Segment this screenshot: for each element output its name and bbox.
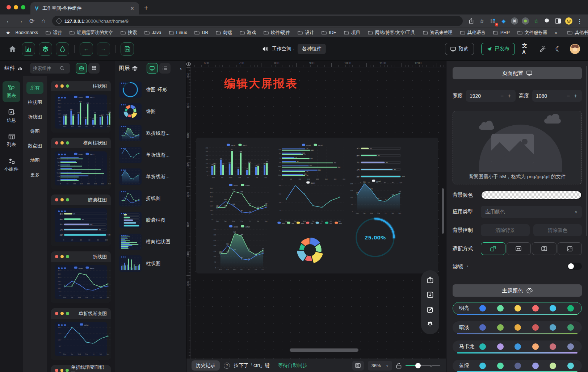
component-search[interactable] xyxy=(30,63,70,74)
bookmark-folder[interactable]: DB xyxy=(192,29,210,36)
layer-item[interactable]: 横向柱状图 xyxy=(119,234,182,250)
bookmark-folder[interactable]: 游戏 xyxy=(237,29,259,36)
fit-height-button[interactable] xyxy=(532,242,556,255)
bookmark-item[interactable]: Bookmarks xyxy=(13,29,41,36)
browser-menu-icon[interactable]: ⋮ xyxy=(575,16,584,26)
browser-tab[interactable]: 工作空间-各种组件 ✕ xyxy=(30,2,139,14)
reload-icon[interactable]: ⟳ xyxy=(27,16,37,26)
star-extension-icon[interactable]: ☆ xyxy=(532,16,541,26)
bg-color-swatch[interactable] xyxy=(481,191,582,200)
category-item[interactable]: 柱状图 xyxy=(26,96,43,108)
width-plus-button[interactable]: ＋ xyxy=(507,92,512,99)
workspace-name-pill[interactable]: 各种组件 xyxy=(298,44,326,54)
command-extension-icon[interactable]: ⌘ xyxy=(510,16,519,26)
canvas-vertical-scrollbar[interactable] xyxy=(442,188,444,234)
filter-section-label[interactable]: 滤镜 › xyxy=(453,263,468,270)
other-bookmarks-folder[interactable]: 其他书签 xyxy=(565,29,588,36)
category-item[interactable]: 饼图 xyxy=(26,125,43,137)
theme-color-dot[interactable] xyxy=(497,343,504,350)
bookmark-folder[interactable]: 软件/硬件 xyxy=(261,29,293,36)
filter-toggle[interactable] xyxy=(567,263,582,270)
theme-row-蓝绿[interactable]: 蓝绿 xyxy=(453,360,582,372)
site-info-icon[interactable]: i xyxy=(56,18,62,24)
bookmark-folder[interactable]: 设计 xyxy=(295,29,316,36)
fit-stretch-button[interactable] xyxy=(558,242,582,255)
layer-item[interactable]: 胶囊柱图 xyxy=(119,212,182,228)
app-type-select[interactable]: 应用颜色 ∨ xyxy=(481,206,582,218)
category-item[interactable]: 折线图 xyxy=(26,111,43,123)
publish-button[interactable]: 已发布 xyxy=(481,43,515,55)
width-value[interactable]: 1920 xyxy=(470,93,497,99)
tab-close-icon[interactable]: ✕ xyxy=(129,5,135,12)
layers-panel-toggle-button[interactable] xyxy=(39,42,52,56)
dashboard-chart-ring[interactable]: 25.00% xyxy=(353,216,397,260)
address-bar[interactable]: i 127.0.0.1:3000/#/chart/home/9 xyxy=(52,16,463,26)
grid-view-toggle[interactable] xyxy=(88,63,100,74)
component-card[interactable]: 单折线渐变图data1050100150200MonTueWedThuFriSa… xyxy=(51,308,111,360)
dashboard-preview[interactable]: data1data2050100150200250300350MonTueWed… xyxy=(196,138,438,273)
theme-color-dot[interactable] xyxy=(532,363,539,369)
height-minus-button[interactable]: − xyxy=(567,93,570,99)
sidebar-tab-3[interactable]: 列表 xyxy=(3,130,20,151)
category-item[interactable]: 散点图 xyxy=(26,140,43,152)
background-upload-dropzone[interactable]: 背景图需小于 5M，格式为 png/jpg/gif 的文件 xyxy=(453,111,582,184)
clear-background-button[interactable]: 清除背景 xyxy=(481,224,530,236)
component-card[interactable]: 单折线渐变面积图data1050100150200MonTueWedThuFri… xyxy=(51,365,111,372)
screen-title-text[interactable]: 编辑大屏报表 xyxy=(224,76,298,91)
theme-row-明亮[interactable]: 明亮 xyxy=(453,302,582,314)
dashboard-chart-hbar[interactable]: data1data2050100150200250300350Mon120130… xyxy=(277,142,349,181)
bookmark-folder[interactable]: 项目 xyxy=(341,29,363,36)
theme-color-dot[interactable] xyxy=(532,324,539,331)
download-icon[interactable] xyxy=(424,289,436,301)
layer-item[interactable]: 柱状图 xyxy=(119,255,182,272)
history-button[interactable]: 历史记录 xyxy=(192,360,220,371)
layer-item[interactable]: 折线图 xyxy=(119,190,182,206)
dashboard-chart-bar[interactable]: data1data2050100150200250300350MonTueWed… xyxy=(203,142,272,179)
export-icon[interactable] xyxy=(424,274,436,286)
app-home-icon[interactable] xyxy=(8,46,17,52)
zoom-slider-knob[interactable] xyxy=(415,363,421,368)
close-window-button[interactable] xyxy=(7,5,11,9)
layer-list-view-toggle[interactable] xyxy=(159,63,171,74)
theme-color-dot[interactable] xyxy=(497,305,504,312)
sidebar-tab-1[interactable]: 图表 xyxy=(3,81,20,102)
dark-mode-moon-icon[interactable]: ☾ xyxy=(554,45,563,53)
redo-button[interactable]: → xyxy=(97,42,110,56)
theme-color-dot[interactable] xyxy=(567,363,574,369)
report-icon-button[interactable] xyxy=(352,361,364,371)
theme-color-dot[interactable] xyxy=(497,363,504,369)
home-icon[interactable]: ⌂ xyxy=(38,16,49,26)
theme-color-dot[interactable] xyxy=(567,324,574,331)
layer-item[interactable]: 饼图-环形 xyxy=(119,81,182,98)
bookmark-folder[interactable]: 资讯未整理 xyxy=(420,29,455,36)
bookmark-folder[interactable]: 搜索 xyxy=(118,29,139,36)
theme-color-dot[interactable] xyxy=(550,363,556,369)
bookmark-folder[interactable]: IDE xyxy=(319,29,339,36)
component-card[interactable]: 折线图data1data2050100150200250300350MonTue… xyxy=(51,251,111,303)
magic-wand-icon[interactable] xyxy=(538,46,547,52)
minimize-window-button[interactable] xyxy=(14,5,18,9)
back-icon[interactable]: ← xyxy=(4,16,14,26)
dashboard-chart-pie[interactable]: MonTueWedThuFriSatSun xyxy=(255,220,365,273)
theme-color-dot[interactable] xyxy=(514,305,521,312)
user-avatar[interactable] xyxy=(570,44,580,54)
new-tab-button[interactable]: ＋ xyxy=(143,3,150,12)
detail-panel-toggle-button[interactable] xyxy=(56,42,69,56)
layer-item[interactable]: 饼图 xyxy=(119,103,182,120)
height-stepper[interactable]: 1080 − ＋ xyxy=(532,90,582,102)
dot-extension-icon[interactable] xyxy=(521,16,530,26)
sidebar-toggle-icon[interactable] xyxy=(553,16,563,26)
maximize-window-button[interactable] xyxy=(21,5,25,9)
search-input[interactable] xyxy=(33,66,58,71)
category-item[interactable]: 地图 xyxy=(26,154,43,166)
zoom-level-select[interactable]: 36% ∨ xyxy=(368,361,392,371)
canvas-body[interactable]: 编辑大屏报表 data1data2050100150200250300350Mo… xyxy=(191,67,446,359)
bookmark-star-icon[interactable]: ☆ xyxy=(477,16,487,26)
theme-color-dot[interactable] xyxy=(550,305,556,312)
bookmark-folder[interactable]: 前端 xyxy=(213,29,235,36)
layer-thumbnail-view-toggle[interactable] xyxy=(147,63,158,74)
fit-width-button[interactable] xyxy=(507,242,531,255)
editor-canvas[interactable]: 6007008009001000110012001300 20030040050… xyxy=(186,61,446,372)
bookmark-folder[interactable]: PHP xyxy=(491,29,512,36)
theme-color-dot[interactable] xyxy=(479,363,486,369)
